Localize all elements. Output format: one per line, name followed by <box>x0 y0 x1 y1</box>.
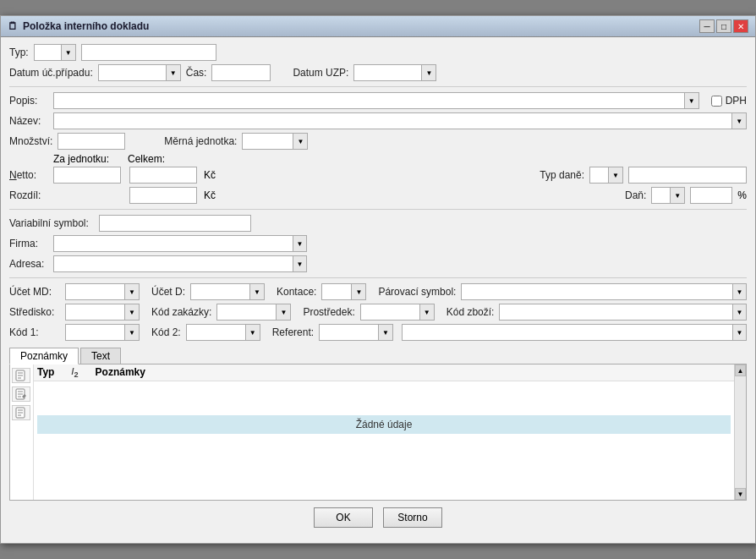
prostredek-dropdown-btn[interactable]: ▼ <box>419 304 435 321</box>
scroll-down-btn[interactable]: ▼ <box>735 488 746 500</box>
datum-dropdown-btn[interactable]: ▼ <box>166 64 181 81</box>
datum-dropdown[interactable]: 23.06.2017 ▼ <box>98 64 181 81</box>
vystup-input[interactable]: Výstup <box>81 44 216 61</box>
referent2-input[interactable] <box>402 324 732 341</box>
firma-dropdown[interactable]: PFANNER ▼ <box>53 235 307 252</box>
popis-dropdown-btn[interactable]: ▼ <box>684 92 699 109</box>
merna-dropdown-btn[interactable]: ▼ <box>293 133 308 150</box>
nazev-dropdown[interactable]: Zrušení opravné položky k pohledávce ▼ <box>53 112 747 129</box>
adresa-dropdown[interactable]: ▼ <box>53 255 307 272</box>
datum-uzp-dropdown[interactable]: 0.00.0000 ▼ <box>353 64 436 81</box>
parovaci-input[interactable] <box>461 283 731 300</box>
kod2-dropdown-btn[interactable]: ▼ <box>245 324 260 341</box>
referent-dropdown-btn[interactable]: ▼ <box>378 324 393 341</box>
popis-row: Popis: ▼ DPH <box>9 92 747 109</box>
adresa-input[interactable] <box>53 255 293 272</box>
dan-dropdown-btn[interactable]: ▼ <box>670 187 685 204</box>
referent2-dropdown-btn[interactable]: ▼ <box>732 324 747 341</box>
nazev-input[interactable]: Zrušení opravné položky k pohledávce <box>53 112 731 129</box>
ucet-d-dropdown-btn[interactable]: ▼ <box>249 283 265 300</box>
dph-label: DPH <box>711 95 747 107</box>
delete-note-btn[interactable] <box>12 405 30 420</box>
datum-uzp-input[interactable]: 0.00.0000 <box>353 64 421 81</box>
minimize-button[interactable]: ─ <box>699 19 715 33</box>
ucet-md-input[interactable]: 391000 <box>65 283 124 300</box>
dph-checkbox[interactable] <box>711 96 722 107</box>
ucet-row: Účet MD: 391000 ▼ Účet D: 558000 ▼ Konta… <box>9 283 747 300</box>
ucet-d-dropdown[interactable]: 558000 ▼ <box>190 283 265 300</box>
edit-note-btn[interactable] <box>12 386 30 402</box>
add-note-btn[interactable] <box>12 368 30 383</box>
nazev-dropdown-btn[interactable]: ▼ <box>731 112 747 129</box>
stredisko-dropdown-btn[interactable]: ▼ <box>124 304 140 321</box>
storno-button[interactable]: Storno <box>383 507 442 528</box>
tab-text[interactable]: Text <box>80 348 121 364</box>
referent-dropdown[interactable]: ▼ <box>319 324 393 341</box>
referent-input[interactable] <box>319 324 378 341</box>
parovaci-dropdown-btn[interactable]: ▼ <box>732 283 747 300</box>
firma-input[interactable]: PFANNER <box>53 235 293 252</box>
adresa-dropdown-btn[interactable]: ▼ <box>293 255 307 272</box>
kod1-dropdown[interactable]: ▼ <box>65 324 140 341</box>
kod1-input[interactable] <box>65 324 124 341</box>
kod2-input[interactable] <box>186 324 245 341</box>
typ-dropdown[interactable]: VY ▼ <box>34 44 76 61</box>
dan-dropdown[interactable]: N ▼ <box>651 187 685 204</box>
typ-dropdown-btn[interactable]: ▼ <box>61 44 76 61</box>
dan-percent-input[interactable]: 0,00 <box>690 187 732 204</box>
cas-input[interactable]: 10:54:12 <box>211 64 271 81</box>
titlebar-buttons: ─ □ ✕ <box>699 19 748 33</box>
scroll-track[interactable] <box>735 376 746 488</box>
table-scrollbar[interactable]: ▲ ▼ <box>734 364 746 500</box>
stredisko-dropdown[interactable]: FM ▼ <box>65 304 140 321</box>
dan-input[interactable]: N <box>651 187 670 204</box>
rozdil-input[interactable]: 0,00 <box>129 187 197 204</box>
variabilni-input[interactable]: 10150053 <box>99 215 251 232</box>
ucet-d-input[interactable]: 558000 <box>190 283 249 300</box>
firma-dropdown-btn[interactable]: ▼ <box>293 235 307 252</box>
typ-dane-input[interactable]: N <box>589 167 608 184</box>
tab-poznamky[interactable]: Poznámky <box>9 348 79 364</box>
popis-input[interactable] <box>53 92 684 109</box>
ok-button[interactable]: OK <box>314 507 373 528</box>
kod-zakazky-dropdown-btn[interactable]: ▼ <box>276 304 291 321</box>
stredisko-input[interactable]: FM <box>65 304 124 321</box>
mnozstvi-input[interactable]: 1,0000 <box>58 133 125 150</box>
kod-zakazky-dropdown[interactable]: - ▼ <box>216 304 291 321</box>
parovaci-dropdown[interactable]: ▼ <box>461 283 747 300</box>
nezaradit-input[interactable]: Nezařadit do přiznání <box>628 167 747 184</box>
merna-dropdown[interactable]: ▼ <box>242 133 308 150</box>
scroll-up-btn[interactable]: ▲ <box>735 364 746 376</box>
ucet-md-dropdown[interactable]: 391000 ▼ <box>65 283 140 300</box>
kod2-dropdown[interactable]: ▼ <box>186 324 260 341</box>
netto-za-jednotku-input[interactable]: 50 000,00 <box>53 167 121 184</box>
kontace-dropdown[interactable]: O ▼ <box>321 283 366 300</box>
typ-dane-dropdown-btn[interactable]: ▼ <box>608 167 623 184</box>
kod-zbozi-input[interactable] <box>499 304 732 321</box>
kontace-input[interactable]: O <box>321 283 351 300</box>
close-button[interactable]: ✕ <box>733 19 748 33</box>
referent2-dropdown[interactable]: ▼ <box>402 324 747 341</box>
typ-input[interactable]: VY <box>34 44 61 61</box>
kod-zbozi-dropdown-btn[interactable]: ▼ <box>732 304 747 321</box>
variabilni-row: Variabilní symbol: 10150053 <box>9 215 747 232</box>
kontace-dropdown-btn[interactable]: ▼ <box>351 283 366 300</box>
kod-zakazky-input[interactable]: - <box>216 304 276 321</box>
rozdil-currency: Kč <box>204 189 216 201</box>
referent-label: Referent: <box>272 326 314 338</box>
typ-dane-dropdown[interactable]: N ▼ <box>589 167 623 184</box>
netto-celkem-input[interactable]: 50 000,00 <box>129 167 197 184</box>
datum-uzp-dropdown-btn[interactable]: ▼ <box>421 64 436 81</box>
kod-zbozi-dropdown[interactable]: ▼ <box>499 304 747 321</box>
prostredek-dropdown[interactable]: ▼ <box>360 304 435 321</box>
popis-dropdown[interactable]: ▼ <box>53 92 699 109</box>
maximize-button[interactable]: □ <box>716 19 731 33</box>
titlebar: 🗒 Položka interního dokladu ─ □ ✕ <box>1 16 755 37</box>
ucet-md-dropdown-btn[interactable]: ▼ <box>124 283 140 300</box>
prostredek-input[interactable] <box>360 304 419 321</box>
typ-row: Typ: VY ▼ Výstup <box>9 44 747 61</box>
datum-input[interactable]: 23.06.2017 <box>98 64 166 81</box>
col-typ-header: Typ <box>37 366 54 379</box>
merna-input[interactable] <box>242 133 293 150</box>
kod1-dropdown-btn[interactable]: ▼ <box>124 324 140 341</box>
